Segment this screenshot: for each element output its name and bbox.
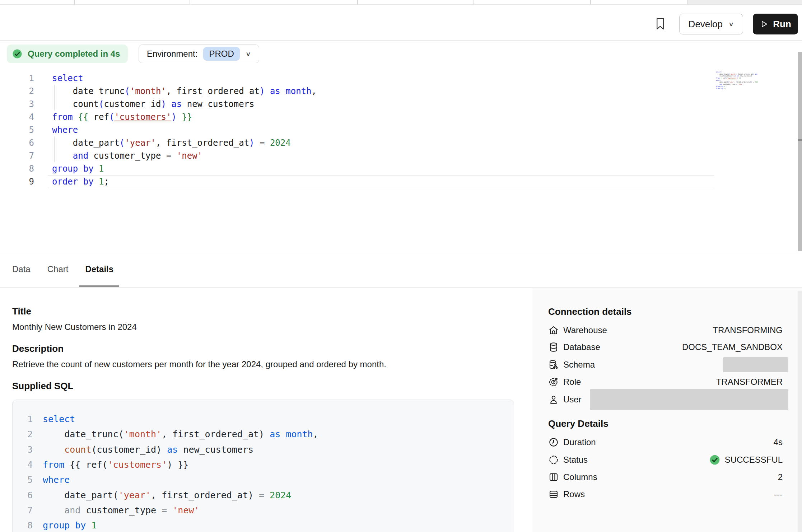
editor-line[interactable]: 5where: [0, 123, 754, 136]
code-token: date_trunc: [52, 86, 125, 96]
code-token: count: [64, 444, 91, 455]
code-token: customer_id: [104, 99, 161, 109]
schema-row: Schema: [548, 356, 788, 373]
code-token: 'year': [125, 138, 156, 148]
header-divider: [0, 40, 802, 41]
run-button[interactable]: Run: [753, 14, 798, 34]
supplied-sql-block: 1select2 date_trunc('month', first_order…: [12, 400, 514, 532]
editor-line[interactable]: 9order by 1;: [0, 175, 754, 188]
details-scrollbar-track[interactable]: [798, 291, 802, 532]
code-token: =: [259, 490, 264, 500]
code-token: date_part(: [43, 490, 118, 500]
code-text: count(customer_id) as new_customers: [52, 98, 255, 111]
code-token: as: [270, 86, 280, 96]
tab-divider: [687, 0, 687, 4]
code-text: where: [52, 123, 78, 136]
tab-divider: [590, 0, 591, 4]
code-token: date_part: [716, 81, 728, 83]
tab-divider: [74, 0, 75, 4]
editor-line[interactable]: 7 and customer_type = 'new': [0, 149, 754, 162]
code-token: (: [109, 112, 114, 122]
database-label: Database: [563, 342, 600, 352]
editor-minimap[interactable]: select date_trunc('month', first_ordered…: [716, 71, 758, 91]
environment-value-pill: PROD: [203, 47, 239, 61]
code-text: select: [52, 72, 83, 85]
code-token: , first_ordered_at: [735, 81, 751, 83]
role-value: TRANSFORMER: [716, 377, 788, 387]
duration-value: 4s: [774, 437, 788, 447]
run-button-label: Run: [773, 19, 791, 30]
tab-strip-gray-segment: [687, 0, 802, 4]
editor-line[interactable]: 8group by 1: [0, 162, 754, 175]
develop-button[interactable]: Develop ∨: [679, 14, 743, 34]
code-token: ) }}: [167, 459, 188, 470]
line-number: 2: [11, 85, 34, 98]
bookmark-icon[interactable]: [655, 17, 666, 30]
status-dashed-icon: [548, 454, 559, 465]
code-token: select: [52, 73, 83, 83]
line-number: 4: [11, 111, 34, 123]
code-token: =: [752, 81, 755, 83]
editor-line[interactable]: 1select: [0, 72, 754, 85]
code-token: 'new': [172, 505, 199, 515]
tab-chart[interactable]: Chart: [42, 253, 74, 287]
code-token: (: [120, 138, 125, 148]
schema-redacted-value: [723, 357, 788, 372]
editor-line[interactable]: 4from {{ ref('customers') }}: [0, 111, 754, 123]
code-token: 1: [99, 164, 104, 174]
supplied-sql-line: 4from {{ ref('customers') }}: [13, 457, 494, 472]
supplied-sql-line: 2 date_trunc('month', first_ordered_at) …: [13, 427, 494, 442]
code-token: as: [167, 444, 178, 455]
code-token: count: [52, 99, 99, 109]
database-value: DOCS_TEAM_SANDBOX: [682, 342, 788, 352]
tab-data[interactable]: Data: [6, 253, 36, 287]
minimap-line: order by 1;: [716, 88, 758, 90]
editor-scrollbar[interactable]: [798, 52, 802, 251]
code-token: [280, 86, 285, 96]
line-number: 5: [11, 123, 34, 136]
editor-line[interactable]: 3 count(customer_id) as new_customers: [0, 98, 754, 111]
line-number: 6: [11, 136, 34, 149]
code-token: and: [73, 151, 88, 161]
tab-details[interactable]: Details: [79, 253, 119, 287]
duration-label: Duration: [563, 437, 596, 447]
code-token: , first_ordered_at: [166, 86, 260, 96]
code-token: group by: [43, 520, 86, 531]
sql-editor[interactable]: 1select2 date_trunc('month', first_order…: [0, 63, 802, 253]
environment-selector[interactable]: Environment: PROD ∨: [139, 45, 259, 63]
query-details-heading: Query Details: [548, 418, 609, 429]
editor-line[interactable]: 6 date_part('year', first_ordered_at) = …: [0, 136, 754, 149]
code-token: [177, 112, 182, 122]
status-label: Status: [563, 455, 588, 465]
code-token: ref: [88, 112, 109, 122]
code-token: }}: [739, 77, 741, 79]
code-token: month: [757, 73, 758, 75]
play-icon: [760, 20, 768, 28]
code-token: [280, 429, 286, 439]
code-token: select: [43, 414, 75, 424]
code-token: date_part: [52, 138, 120, 148]
rows-label: Rows: [563, 489, 585, 499]
code-text: count(customer_id) as new_customers: [43, 442, 253, 457]
browser-tab-strip: [0, 0, 802, 5]
code-token: {{ ref(: [64, 459, 107, 470]
code-token: [264, 490, 270, 500]
code-token: order by: [716, 88, 723, 89]
code-token: 'new': [738, 83, 743, 85]
code-token: [52, 151, 73, 161]
tab-divider: [474, 0, 474, 4]
code-token: ,: [313, 429, 318, 439]
columns-value: 2: [778, 472, 788, 482]
code-token: ,: [312, 86, 317, 96]
supplied-sql-line: 8group by 1: [13, 518, 494, 532]
query-status-badge: Query completed in 4s: [7, 45, 128, 63]
editor-line[interactable]: 2 date_trunc('month', first_ordered_at) …: [0, 85, 754, 98]
code-token: 'new': [177, 151, 202, 161]
code-token: [43, 505, 64, 515]
code-token: , first_ordered_at): [162, 429, 270, 439]
code-text: from {{ ref('customers') }}: [52, 111, 192, 123]
line-number: 7: [11, 149, 34, 162]
code-token: , first_ordered_at): [151, 490, 259, 500]
code-text: date_part('year', first_ordered_at) = 20…: [52, 136, 291, 149]
code-token: ;: [104, 177, 109, 187]
